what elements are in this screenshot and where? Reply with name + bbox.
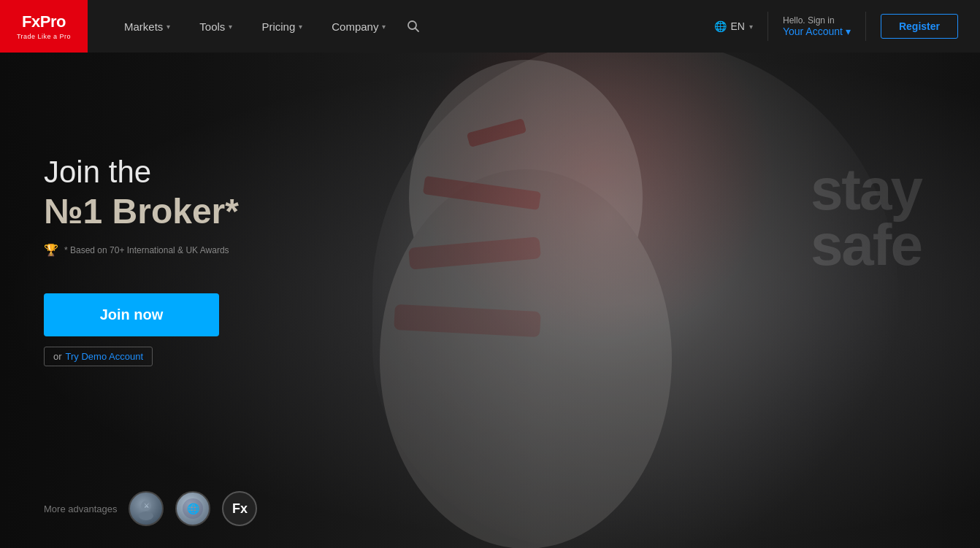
chevron-down-icon: ▾: [166, 23, 170, 31]
statue-svg: [277, 53, 803, 548]
chevron-down-icon: ▾: [299, 23, 302, 31]
account-link[interactable]: Your Account ▾: [783, 26, 851, 37]
svg-text:⚔: ⚔: [144, 503, 149, 509]
search-button[interactable]: [400, 13, 426, 39]
hero-headline-1: Join the: [44, 155, 239, 190]
hero-section: Join the №1 Broker* 🏆 * Based on 70+ Int…: [0, 53, 980, 548]
hello-text: Hello. Sign in: [783, 15, 851, 26]
hero-content: Join the №1 Broker* 🏆 * Based on 70+ Int…: [44, 155, 239, 366]
stay-text: stay: [811, 162, 922, 217]
hero-headline-2: №1 Broker*: [44, 191, 239, 231]
logo[interactable]: FxPro Trade Like a Pro: [0, 0, 88, 53]
nav-links: Markets ▾ Tools ▾ Pricing ▾ Company ▾: [110, 0, 700, 53]
advantage-badge-2[interactable]: 🌐: [175, 491, 210, 526]
language-selector[interactable]: 🌐 EN ▾: [700, 12, 768, 41]
chevron-down-icon: ▾: [749, 23, 753, 31]
chevron-down-icon: ▾: [846, 26, 851, 37]
nav-item-company[interactable]: Company ▾: [317, 0, 400, 53]
nav-item-tools[interactable]: Tools ▾: [185, 0, 247, 53]
svg-text:🌐: 🌐: [187, 503, 200, 515]
safe-text: safe: [811, 217, 922, 273]
svg-point-9: [139, 512, 153, 520]
advantages-label: More advantages: [44, 503, 117, 514]
try-demo-link[interactable]: Try Demo Account: [66, 351, 143, 362]
awards-text: 🏆 * Based on 70+ International & UK Awar…: [44, 243, 239, 257]
badge-2-icon: 🌐: [181, 497, 204, 520]
nav-item-markets[interactable]: Markets ▾: [110, 0, 185, 53]
logo-tagline: Trade Like a Pro: [17, 33, 71, 40]
join-now-button[interactable]: Join now: [44, 293, 219, 336]
account-area: Hello. Sign in Your Account ▾: [768, 12, 866, 41]
demo-link-container: or Try Demo Account: [44, 347, 153, 366]
nav-right: 🌐 EN ▾ Hello. Sign in Your Account ▾ Reg…: [700, 12, 980, 41]
svg-point-3: [380, 169, 672, 548]
chevron-down-icon: ▾: [229, 23, 232, 31]
chevron-down-icon: ▾: [382, 23, 386, 31]
logo-brand: FxPro: [22, 12, 66, 31]
fx-badge-text: Fx: [232, 501, 248, 517]
badge-1-icon: ⚔: [134, 497, 158, 520]
advantage-badge-1[interactable]: ⚔: [129, 491, 164, 526]
register-button[interactable]: Register: [881, 14, 958, 39]
award-icon: 🏆: [44, 243, 58, 257]
demo-prefix-text: or: [53, 351, 62, 362]
more-advantages: More advantages ⚔ 🌐 Fx: [44, 491, 257, 526]
nav-item-pricing[interactable]: Pricing ▾: [247, 0, 317, 53]
advantage-badge-3[interactable]: Fx: [222, 491, 257, 526]
svg-line-1: [416, 28, 419, 32]
globe-icon: 🌐: [714, 20, 727, 32]
stay-safe-overlay: stay safe: [811, 162, 922, 273]
navbar: FxPro Trade Like a Pro Markets ▾ Tools ▾…: [0, 0, 980, 53]
